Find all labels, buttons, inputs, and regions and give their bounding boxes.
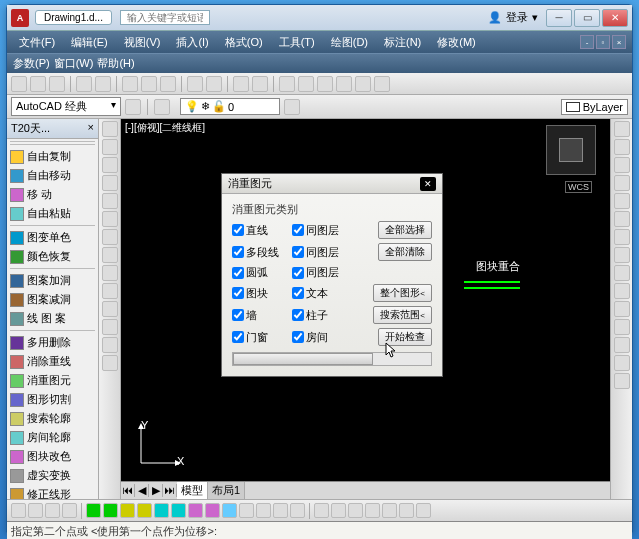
cut-icon[interactable] xyxy=(122,76,138,92)
palette-item[interactable]: 修正线形 xyxy=(7,485,98,499)
preview-icon[interactable] xyxy=(95,76,111,92)
dlg-btn-0[interactable]: 全部选择 xyxy=(378,221,432,239)
viewport-label[interactable]: [-][俯视][二维线框] xyxy=(125,121,205,135)
tab-layout1[interactable]: 布局1 xyxy=(208,482,245,499)
maximize-button[interactable]: ▭ xyxy=(574,9,600,27)
line-icon[interactable] xyxy=(102,121,118,137)
menu-params[interactable]: 参数(P) xyxy=(13,56,50,71)
dim2-icon[interactable] xyxy=(348,503,363,518)
redo-icon[interactable] xyxy=(206,76,222,92)
text-icon[interactable] xyxy=(102,319,118,335)
close-button[interactable]: ✕ xyxy=(602,9,628,27)
dialog-title[interactable]: 消重图元 ✕ xyxy=(222,174,442,194)
snap1-icon[interactable] xyxy=(11,503,26,518)
user-login[interactable]: 👤登录▾ xyxy=(488,10,538,25)
snap-cen-icon[interactable] xyxy=(120,503,135,518)
stretch-icon[interactable] xyxy=(614,265,630,281)
palette-item[interactable]: 自由移动 xyxy=(7,166,98,185)
spline-icon[interactable] xyxy=(102,247,118,263)
explode-icon[interactable] xyxy=(614,373,630,389)
ws-gear-icon[interactable] xyxy=(125,99,141,115)
trim-icon[interactable] xyxy=(614,283,630,299)
menu-dimension[interactable]: 标注(N) xyxy=(378,33,427,52)
check-同图层[interactable]: 同图层 xyxy=(292,223,346,238)
menu-edit[interactable]: 编辑(E) xyxy=(65,33,114,52)
palette-title[interactable]: T20天...× xyxy=(7,119,98,139)
arc-icon[interactable] xyxy=(102,175,118,191)
table-icon[interactable] xyxy=(102,301,118,317)
save-icon[interactable] xyxy=(49,76,65,92)
tab-model[interactable]: 模型 xyxy=(177,482,208,499)
palette-item[interactable]: 图块改色 xyxy=(7,447,98,466)
palette-item[interactable]: 颜色恢复 xyxy=(7,247,98,266)
pline-icon[interactable] xyxy=(102,139,118,155)
fillet-icon[interactable] xyxy=(614,337,630,353)
dim5-icon[interactable] xyxy=(399,503,414,518)
menu-draw[interactable]: 绘图(D) xyxy=(325,33,374,52)
check-墙[interactable]: 墙 xyxy=(232,308,286,323)
rect-icon[interactable] xyxy=(102,193,118,209)
mdi-restore[interactable]: ▫ xyxy=(596,35,610,49)
dim4-icon[interactable] xyxy=(382,503,397,518)
palette-item[interactable]: 线 图 案 xyxy=(7,309,98,328)
snap-par-icon[interactable] xyxy=(290,503,305,518)
point-icon[interactable] xyxy=(102,355,118,371)
move-icon[interactable] xyxy=(614,211,630,227)
palette-item[interactable]: 移 动 xyxy=(7,185,98,204)
menu-modify[interactable]: 修改(M) xyxy=(431,33,482,52)
block-icon[interactable] xyxy=(102,337,118,353)
dim1-icon[interactable] xyxy=(331,503,346,518)
copy2-icon[interactable] xyxy=(614,139,630,155)
layer-mgr-icon[interactable] xyxy=(154,99,170,115)
snap-per-icon[interactable] xyxy=(222,503,237,518)
menu-view[interactable]: 视图(V) xyxy=(118,33,167,52)
snap-ins-icon[interactable] xyxy=(205,503,220,518)
check-同图层[interactable]: 同图层 xyxy=(292,265,346,280)
dlg-btn-5[interactable]: 开始检查 xyxy=(378,328,432,346)
color-combo[interactable]: ByLayer xyxy=(561,99,628,115)
tab-last[interactable]: ⏭ xyxy=(163,484,177,497)
polygon-icon[interactable] xyxy=(102,211,118,227)
dialog-close-button[interactable]: ✕ xyxy=(420,177,436,191)
check-柱子[interactable]: 柱子 xyxy=(292,308,346,323)
snap-qua-icon[interactable] xyxy=(154,503,169,518)
break-icon[interactable] xyxy=(614,319,630,335)
document-tab[interactable]: Drawing1.d... xyxy=(35,10,112,25)
palette-item[interactable]: 图案加洞 xyxy=(7,271,98,290)
calc-icon[interactable] xyxy=(374,76,390,92)
palette-item[interactable]: 图形切割 xyxy=(7,390,98,409)
search-input[interactable] xyxy=(120,10,210,25)
ellipse-icon[interactable] xyxy=(102,229,118,245)
dlg-btn-3[interactable]: 整个图形< xyxy=(373,284,432,302)
check-门窗[interactable]: 门窗 xyxy=(232,330,286,345)
undo-icon[interactable] xyxy=(187,76,203,92)
snap-near-icon[interactable] xyxy=(256,503,271,518)
extend-icon[interactable] xyxy=(614,301,630,317)
menu-format[interactable]: 格式(O) xyxy=(219,33,269,52)
palette-item[interactable]: 虚实变换 xyxy=(7,466,98,485)
palette-item[interactable]: 自由复制 xyxy=(7,147,98,166)
snap-mid-icon[interactable] xyxy=(103,503,118,518)
palette-item[interactable]: 消重图元 xyxy=(7,371,98,390)
palette-item[interactable]: 搜索轮廓 xyxy=(7,409,98,428)
mirror-icon[interactable] xyxy=(614,157,630,173)
check-图块[interactable]: 图块 xyxy=(232,286,286,301)
check-文本[interactable]: 文本 xyxy=(292,286,346,301)
check-圆弧[interactable]: 圆弧 xyxy=(232,265,286,280)
snap-app-icon[interactable] xyxy=(273,503,288,518)
region-icon[interactable] xyxy=(102,283,118,299)
snap-node-icon[interactable] xyxy=(137,503,152,518)
workspace-combo[interactable]: AutoCAD 经典 xyxy=(11,97,121,116)
viewcube[interactable] xyxy=(546,125,596,175)
palette-item[interactable]: 房间轮廓 xyxy=(7,428,98,447)
design-center-icon[interactable] xyxy=(298,76,314,92)
snap3-icon[interactable] xyxy=(45,503,60,518)
zoom-icon[interactable] xyxy=(252,76,268,92)
dim6-icon[interactable] xyxy=(416,503,431,518)
new-icon[interactable] xyxy=(11,76,27,92)
circle-icon[interactable] xyxy=(102,157,118,173)
palette-item[interactable]: 自由粘贴 xyxy=(7,204,98,223)
copy-icon[interactable] xyxy=(141,76,157,92)
snap-end-icon[interactable] xyxy=(86,503,101,518)
paste-icon[interactable] xyxy=(160,76,176,92)
